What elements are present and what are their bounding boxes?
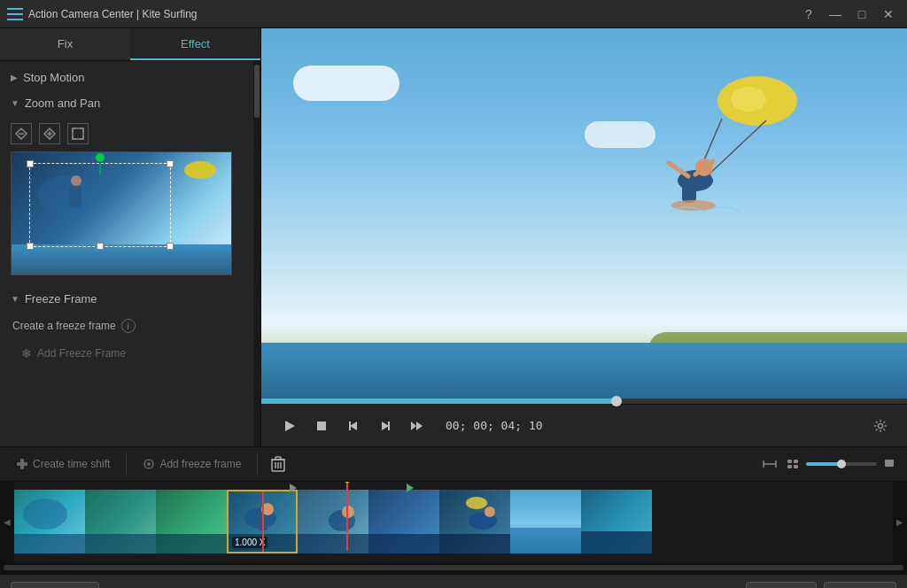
bottom-toolbar: Create time shift Add freeze frame: [0, 446, 907, 482]
zoom-expand-btn[interactable]: [67, 123, 89, 144]
minimize-button[interactable]: —: [824, 4, 847, 24]
timeline-zoom-small-button[interactable]: [783, 454, 802, 474]
add-freeze-frame-button[interactable]: ❄ Add Freeze Frame: [12, 342, 135, 365]
svg-rect-21: [317, 422, 326, 430]
timeline-strip: 1.000 X: [14, 482, 893, 561]
svg-rect-42: [787, 460, 792, 463]
add-freeze-frame-toolbar-button[interactable]: Add freeze frame: [134, 452, 250, 476]
water-bg: [261, 343, 907, 398]
maximize-button[interactable]: □: [850, 4, 873, 24]
svg-point-28: [879, 423, 883, 428]
clip-1-bg: [14, 490, 85, 553]
prev-frame-icon: [347, 420, 360, 432]
svg-rect-44: [787, 465, 792, 468]
fit-width-icon: [763, 458, 777, 470]
settings-button[interactable]: [868, 414, 893, 438]
chevron-down-icon: ▼: [11, 98, 19, 108]
svg-rect-45: [794, 465, 798, 468]
stop-motion-label: Stop Motion: [23, 71, 84, 84]
timecode-display: 00; 00; 04; 10: [446, 419, 543, 432]
panel-scrollbar[interactable]: [253, 61, 260, 446]
timeline-clip-6[interactable]: [368, 490, 439, 553]
zoom-preview: [11, 151, 232, 275]
timeline-zoom-large-button[interactable]: [880, 454, 900, 474]
svg-point-55: [485, 507, 495, 517]
handle-bottom-left[interactable]: [27, 243, 34, 250]
cancel-button[interactable]: Cancel: [824, 582, 896, 589]
kite-thumbnail: [182, 159, 218, 186]
svg-line-18: [669, 163, 688, 176]
timeline-clip-5[interactable]: [298, 490, 368, 553]
expand-icon: [72, 128, 84, 140]
zoom-plus-btn[interactable]: [39, 123, 60, 144]
timeline-clip-8[interactable]: [510, 490, 581, 553]
timeline-clip-7[interactable]: [439, 490, 510, 553]
timeline-scroll-right[interactable]: ▶: [893, 482, 907, 561]
clip-9-bg: [581, 490, 652, 553]
handle-bottom-right[interactable]: [167, 243, 174, 250]
create-freeze-row: Create a freeze frame i: [12, 319, 241, 333]
stop-button[interactable]: [307, 412, 336, 440]
zoom-selection-box[interactable]: [29, 163, 171, 247]
progress-bar[interactable]: [261, 398, 907, 404]
svg-rect-46: [885, 460, 894, 467]
large-grid-icon: [885, 460, 895, 468]
timeline-clip-4-active[interactable]: 1.000 X: [227, 490, 298, 553]
timeline-clip-9[interactable]: [581, 490, 652, 553]
timeline-clip-2[interactable]: [85, 490, 156, 553]
next-frame-button[interactable]: [371, 412, 399, 440]
clip7-kiter: [463, 494, 503, 534]
titlebar: Action Camera Center | Kite Surfing ? — …: [0, 0, 907, 28]
progress-fill: [261, 398, 616, 404]
tab-bar: Fix Effect: [0, 28, 260, 61]
timeline-zoom-slider[interactable]: [806, 462, 877, 466]
handle-top-right[interactable]: [167, 160, 174, 167]
handle-bottom-center[interactable]: [97, 243, 104, 250]
panel-scrollbar-thumb[interactable]: [254, 65, 260, 118]
svg-rect-30: [17, 462, 27, 466]
playhead[interactable]: [342, 482, 353, 551]
fast-forward-button[interactable]: [403, 412, 431, 440]
playhead-diamond: [340, 482, 355, 484]
play-button[interactable]: [275, 412, 304, 440]
timeline-clip-3[interactable]: [156, 490, 227, 553]
timeline-area[interactable]: ◀: [0, 482, 907, 561]
main-layout: Fix Effect ▶ Stop Motion ▼ Zoom and Pan: [0, 28, 907, 446]
freeze-frame-header[interactable]: ▼ Freeze Frame: [0, 286, 253, 312]
zoom-pan-section-header[interactable]: ▼ Zoom and Pan: [0, 90, 253, 116]
clear-button[interactable]: Clear: [11, 582, 99, 589]
svg-rect-43: [794, 460, 798, 463]
progress-handle[interactable]: [611, 396, 622, 406]
create-freeze-label: Create a freeze frame: [12, 320, 116, 332]
info-icon[interactable]: i: [121, 319, 136, 333]
selection-top-line: [100, 164, 101, 174]
video-preview: [261, 28, 907, 398]
help-button[interactable]: ?: [797, 4, 820, 24]
ok-button[interactable]: OK: [746, 582, 817, 589]
diamond-plus-icon: [43, 128, 56, 140]
clip-2-bg: [85, 490, 156, 553]
svg-rect-25: [388, 422, 390, 430]
timeline-clip-1[interactable]: [14, 490, 85, 553]
timeline-scroll-left[interactable]: ◀: [0, 482, 14, 561]
clip-4-bg: 1.000 X: [229, 491, 296, 552]
svg-marker-24: [382, 422, 389, 430]
tab-effect[interactable]: Effect: [130, 28, 260, 60]
handle-top-left[interactable]: [27, 160, 34, 167]
tab-fix[interactable]: Fix: [0, 28, 130, 60]
timeline-zoom-handle[interactable]: [837, 460, 846, 468]
stop-motion-section[interactable]: ▶ Stop Motion: [0, 65, 253, 90]
close-button[interactable]: ✕: [877, 4, 900, 24]
zoom-minus-btn[interactable]: [11, 123, 32, 144]
timeline-zoom-fit-button[interactable]: [760, 454, 779, 474]
clip-5-bg: [298, 490, 368, 553]
handle-top-center[interactable]: [96, 153, 105, 162]
create-time-shift-button[interactable]: Create time shift: [7, 452, 119, 476]
delete-clip-button[interactable]: [265, 452, 291, 476]
video-background: [261, 28, 907, 398]
svg-line-13: [704, 120, 766, 179]
timeline-scrollbar-thumb[interactable]: [4, 565, 903, 570]
kite-surfer-main: [616, 66, 810, 260]
prev-frame-button[interactable]: [339, 412, 368, 440]
timeline-scrollbar-track[interactable]: [4, 565, 903, 570]
